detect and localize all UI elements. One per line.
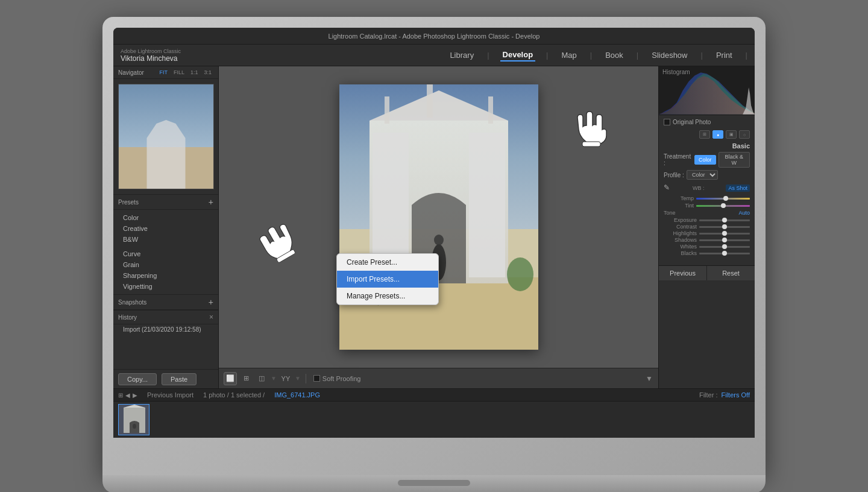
nav-library[interactable]: Library	[447, 49, 476, 61]
tool-3[interactable]: ◫	[255, 372, 268, 385]
toolbar-separator-text2: ▼	[295, 375, 301, 382]
temp-slider-track	[696, 198, 750, 200]
original-photo-row: Original Photo	[664, 119, 750, 125]
zoom-fill[interactable]: FILL	[172, 69, 186, 76]
window-title: Lightroom Catalog.lrcat - Adobe Photosho…	[329, 33, 540, 40]
presets-add-btn[interactable]: +	[209, 197, 213, 207]
wb-value[interactable]: As Shot	[726, 184, 750, 192]
filmstrip-next-arrow[interactable]: ▶	[133, 392, 137, 399]
whites-thumb[interactable]	[722, 244, 727, 249]
crop-tool-btn[interactable]: ⬜	[224, 372, 237, 385]
tool-yy[interactable]: YY	[279, 372, 292, 385]
user-name: Viktoria Mincheva	[121, 54, 181, 63]
previous-button[interactable]: Previous	[659, 266, 707, 280]
copy-button[interactable]: Copy...	[118, 373, 157, 385]
menu-bar: Adobe Lightroom Classic Viktoria Minchev…	[113, 45, 755, 66]
history-section: History × Import (21/03/2020 19:12:58)	[113, 310, 218, 369]
view-mode-2[interactable]: ●	[712, 130, 723, 139]
nav-book[interactable]: Book	[603, 49, 626, 61]
nav-map[interactable]: Map	[559, 49, 579, 61]
preset-bw[interactable]: B&W	[113, 234, 218, 245]
filmstrip-filter: Filter : Filters Off	[699, 391, 750, 399]
nav-develop[interactable]: Develop	[500, 49, 536, 62]
temp-slider-thumb[interactable]	[723, 196, 728, 201]
photo-viewer[interactable]: Create Preset... Import Presets... Manag…	[219, 66, 658, 368]
navigator-thumbnail[interactable]	[118, 84, 214, 189]
filter-value[interactable]: Filters Off	[722, 391, 750, 399]
highlights-thumb[interactable]	[722, 231, 727, 236]
snapshots-add-btn[interactable]: +	[209, 297, 213, 307]
reset-button[interactable]: Reset	[707, 266, 755, 280]
context-menu-create-preset[interactable]: Create Preset...	[337, 254, 438, 271]
filmstrip-grid-icon[interactable]: ⊞	[118, 392, 123, 399]
filmstrip-count: 1 photo / 1 selected /	[203, 391, 265, 399]
filmstrip-filename[interactable]: IMG_6741.JPG	[274, 391, 320, 399]
filmstrip-thumbnails	[113, 402, 755, 438]
svg-point-10	[434, 235, 444, 245]
whites-track	[699, 246, 750, 248]
history-close-btn[interactable]: ×	[209, 313, 213, 321]
eyedropper-icon[interactable]: ✎	[664, 183, 671, 193]
treatment-label: Treatment :	[664, 153, 692, 166]
preset-vignetting[interactable]: Vignetting	[113, 281, 218, 292]
svg-rect-5	[469, 133, 505, 277]
preset-creative[interactable]: Creative	[113, 223, 218, 234]
svg-rect-13	[582, 142, 600, 147]
right-panel-bottom: Previous Reset	[659, 265, 755, 280]
left-sidebar: Navigator FIT FILL 1:1 3:1	[113, 66, 219, 388]
highlights-row: Highlights	[664, 230, 750, 236]
history-item[interactable]: Import (21/03/2020 19:12:58)	[113, 324, 218, 335]
view-mode-icons: ⊞ ● ▣ ○	[664, 130, 750, 139]
navigator-image	[119, 84, 213, 189]
svg-point-22	[133, 424, 136, 429]
tint-slider-thumb[interactable]	[721, 203, 726, 208]
preset-sharpening[interactable]: Sharpening	[113, 270, 218, 281]
preset-color[interactable]: Color	[113, 212, 218, 223]
bw-treatment-btn[interactable]: Black & W	[719, 152, 750, 168]
preset-grain[interactable]: Grain	[113, 259, 218, 270]
profile-selector[interactable]: Color	[687, 170, 718, 180]
view-mode-4[interactable]: ○	[739, 130, 750, 139]
context-menu-import-presets[interactable]: Import Presets...	[337, 271, 438, 288]
nav-slideshow[interactable]: Slideshow	[649, 49, 690, 61]
view-mode-1[interactable]: ⊞	[699, 130, 710, 139]
zoom-3-1[interactable]: 3:1	[202, 69, 213, 76]
panel-controls: Original Photo ⊞ ● ▣ ○ Basic	[659, 115, 755, 260]
tone-header: Tone Auto	[664, 210, 750, 216]
history-label: History	[118, 314, 137, 321]
snapshots-header: Snapshots +	[113, 295, 218, 310]
contrast-label: Contrast	[664, 224, 697, 230]
wb-row: ✎ WB : As Shot	[664, 183, 750, 193]
shadows-label: Shadows	[664, 237, 697, 243]
toolbar-dropdown[interactable]: ▼	[645, 374, 653, 383]
main-nav: Library | Develop | Map | Book | Slidesh…	[447, 49, 747, 62]
color-treatment-btn[interactable]: Color	[694, 155, 716, 165]
filmstrip-header: ⊞ ◀ ▶ Previous Import 1 photo / 1 select…	[113, 389, 755, 402]
original-photo-checkbox[interactable]	[664, 119, 670, 125]
context-menu-manage-presets[interactable]: Manage Presets...	[337, 288, 438, 304]
exposure-thumb[interactable]	[722, 218, 727, 222]
main-photo	[339, 84, 538, 350]
tint-slider-row: Tint	[664, 203, 750, 209]
grid-tool-btn[interactable]: ⊞	[239, 372, 253, 385]
zoom-1-1[interactable]: 1:1	[189, 69, 200, 76]
laptop-base	[102, 475, 766, 492]
snapshots-label: Snapshots	[118, 299, 146, 306]
soft-proofing-checkbox[interactable]	[313, 375, 320, 382]
paste-button[interactable]: Paste	[162, 373, 197, 385]
profile-label: Profile :	[664, 172, 684, 178]
zoom-fit[interactable]: FIT	[157, 69, 169, 76]
filmstrip-nav-icons: ⊞ ◀ ▶	[118, 392, 137, 399]
view-mode-3[interactable]: ▣	[726, 130, 737, 139]
auto-btn[interactable]: Auto	[738, 210, 750, 216]
blacks-thumb[interactable]	[722, 251, 727, 256]
filmstrip-thumb-1[interactable]	[118, 404, 149, 435]
shadows-thumb[interactable]	[722, 238, 727, 242]
svg-rect-6	[385, 96, 389, 124]
nav-print[interactable]: Print	[714, 49, 735, 61]
basic-panel-title: Basic	[664, 142, 750, 150]
filmstrip-prev-arrow[interactable]: ◀	[125, 392, 130, 399]
soft-proofing-label: Soft Proofing	[322, 375, 361, 382]
preset-curve[interactable]: Curve	[113, 248, 218, 259]
contrast-thumb[interactable]	[722, 224, 727, 229]
